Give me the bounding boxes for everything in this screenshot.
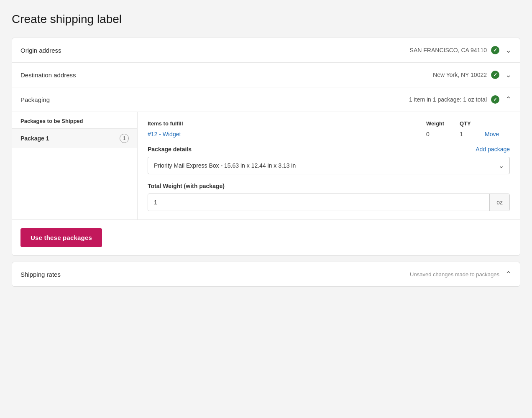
item-qty: 1: [460, 131, 485, 138]
packages-left: Packages to be Shipped Package 1 1: [12, 112, 138, 219]
destination-address-row[interactable]: Destination address New York, NY 10022 ⌄: [12, 63, 520, 87]
destination-chevron-down-icon: ⌄: [505, 70, 512, 79]
packages-table: Packages to be Shipped Package 1 1 Items…: [12, 112, 520, 220]
origin-check-icon: [491, 46, 499, 54]
origin-address-label: Origin address: [20, 47, 61, 54]
destination-address-value: New York, NY 10022: [433, 71, 487, 78]
move-button[interactable]: Move: [485, 131, 510, 138]
weight-header: Weight: [426, 120, 460, 127]
packaging-body: Packages to be Shipped Package 1 1 Items…: [12, 112, 520, 255]
weight-input-wrapper: oz: [148, 194, 510, 211]
package-details-label: Package details: [148, 146, 192, 153]
origin-chevron-down-icon: ⌄: [505, 46, 512, 55]
items-fulfill-header: Items to fulfill: [148, 120, 426, 127]
package-1-row[interactable]: Package 1 1: [12, 128, 137, 148]
packages-col-header: Packages to be Shipped: [12, 112, 137, 128]
items-headers: Items to fulfill Weight QTY: [148, 120, 510, 127]
packaging-header-row[interactable]: Packaging 1 item in 1 package: 1 oz tota…: [12, 87, 520, 112]
page-title: Create shipping label: [12, 13, 520, 26]
item-row: #12 - Widget 0 1 Move: [148, 131, 510, 138]
weight-unit: oz: [489, 194, 509, 211]
add-package-button[interactable]: Add package: [476, 146, 510, 153]
page-wrapper: Create shipping label Origin address SAN…: [0, 0, 532, 418]
package-select[interactable]: Priority Mail Express Box - 15.63 in x 1…: [148, 157, 510, 174]
use-packages-button[interactable]: Use these packages: [20, 228, 102, 247]
packaging-right: 1 item in 1 package: 1 oz total ⌃: [409, 95, 512, 104]
item-link[interactable]: #12 - Widget: [148, 131, 426, 138]
origin-address-row[interactable]: Origin address SAN FRANCISCO, CA 94110 ⌄: [12, 38, 520, 63]
shipping-rates-card: Shipping rates Unsaved changes made to p…: [12, 262, 520, 287]
destination-address-right: New York, NY 10022 ⌄: [433, 70, 512, 79]
package-1-badge: 1: [120, 134, 129, 143]
packaging-summary: 1 item in 1 package: 1 oz total: [409, 96, 487, 103]
weight-label: Total Weight (with package): [148, 183, 510, 189]
packaging-chevron-up-icon: ⌃: [505, 95, 512, 104]
shipping-rates-right: Unsaved changes made to packages ⌃: [410, 270, 512, 279]
packaging-check-icon: [491, 95, 499, 104]
origin-address-right: SAN FRANCISCO, CA 94110 ⌄: [410, 46, 512, 55]
shipping-rates-header-row[interactable]: Shipping rates Unsaved changes made to p…: [12, 262, 520, 286]
destination-address-label: Destination address: [20, 71, 76, 79]
packages-right: Items to fulfill Weight QTY #12 - Widget…: [138, 112, 520, 219]
weight-input[interactable]: [148, 194, 489, 211]
qty-header: QTY: [460, 120, 485, 127]
action-bar: Use these packages: [12, 220, 520, 255]
shipping-rates-chevron-up-icon: ⌃: [505, 270, 512, 279]
package-details-header: Package details Add package: [148, 146, 510, 153]
package-select-wrapper: Priority Mail Express Box - 15.63 in x 1…: [148, 157, 510, 174]
shipping-rates-label: Shipping rates: [20, 271, 61, 278]
main-card: Origin address SAN FRANCISCO, CA 94110 ⌄…: [12, 38, 520, 256]
packaging-label: Packaging: [20, 96, 50, 103]
item-weight: 0: [426, 131, 460, 138]
unsaved-changes-text: Unsaved changes made to packages: [410, 271, 499, 278]
destination-check-icon: [491, 71, 499, 79]
package-1-label: Package 1: [20, 135, 49, 142]
origin-address-value: SAN FRANCISCO, CA 94110: [410, 47, 487, 54]
